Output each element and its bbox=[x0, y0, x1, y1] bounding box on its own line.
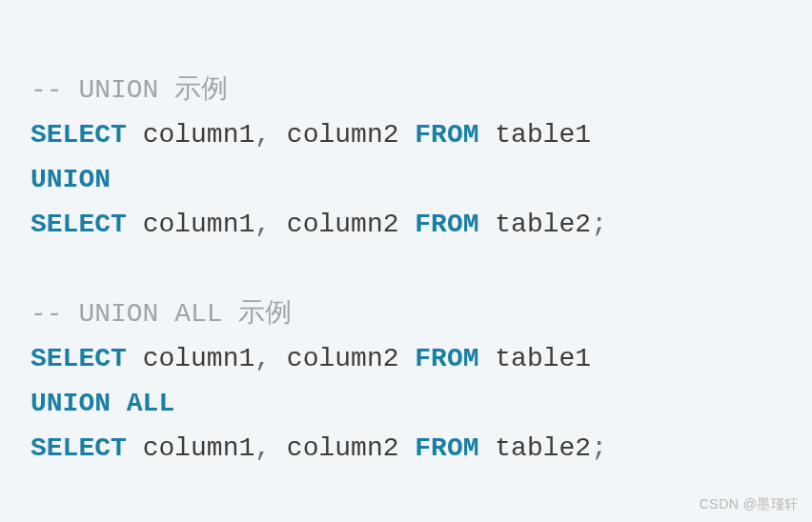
identifier: column1 bbox=[127, 344, 254, 373]
identifier: column1 bbox=[127, 120, 254, 150]
comma: , bbox=[254, 433, 271, 463]
keyword-union: UNION bbox=[30, 165, 111, 194]
identifier: table2 bbox=[479, 210, 592, 239]
keyword-from: FROM bbox=[415, 210, 478, 239]
identifier: column2 bbox=[271, 344, 415, 373]
comment-line: -- UNION ALL 示例 bbox=[30, 299, 292, 329]
keyword-union-all: UNION ALL bbox=[30, 389, 174, 418]
sql-code-block: -- UNION 示例 SELECT column1, column2 FROM… bbox=[30, 23, 782, 471]
identifier: column2 bbox=[271, 210, 415, 239]
watermark-text: CSDN @墨瑾轩 bbox=[700, 493, 799, 516]
comment-line: -- UNION 示例 bbox=[30, 75, 228, 105]
keyword-from: FROM bbox=[415, 433, 478, 463]
keyword-from: FROM bbox=[415, 344, 478, 373]
keyword-select: SELECT bbox=[30, 344, 127, 373]
identifier: table1 bbox=[479, 120, 592, 150]
identifier: table1 bbox=[479, 344, 592, 373]
keyword-select: SELECT bbox=[30, 120, 127, 150]
semicolon: ; bbox=[591, 210, 607, 239]
comma: , bbox=[254, 120, 271, 150]
keyword-select: SELECT bbox=[30, 433, 127, 463]
identifier: column2 bbox=[271, 120, 415, 150]
semicolon: ; bbox=[591, 433, 607, 463]
keyword-select: SELECT bbox=[30, 210, 127, 239]
keyword-from: FROM bbox=[415, 120, 478, 150]
identifier: column1 bbox=[127, 210, 254, 239]
identifier: table2 bbox=[479, 433, 592, 463]
identifier: column2 bbox=[271, 433, 415, 463]
comma: , bbox=[254, 210, 271, 239]
identifier: column1 bbox=[127, 433, 254, 463]
comma: , bbox=[254, 344, 271, 373]
